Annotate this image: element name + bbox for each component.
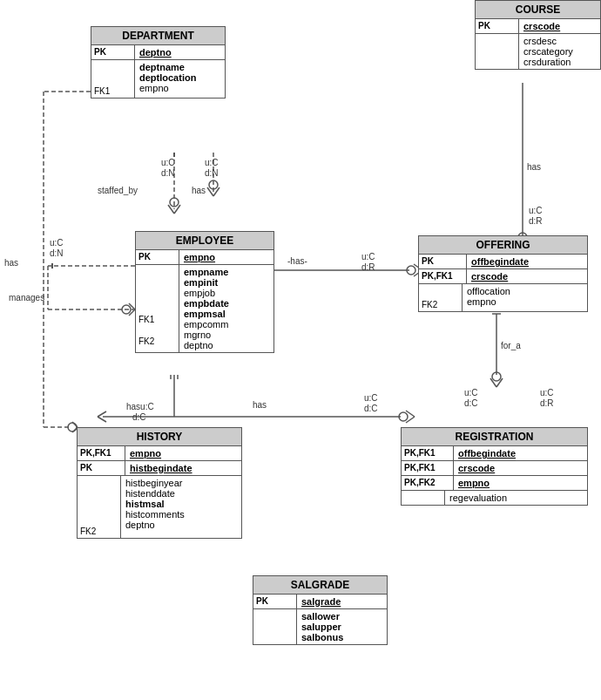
reg-spacer bbox=[402, 491, 445, 505]
reg-fields: regevaluation bbox=[445, 491, 587, 505]
svg-text:manages: manages bbox=[9, 293, 44, 302]
svg-point-59 bbox=[492, 372, 501, 381]
reg-pk1-label: PK,FK1 bbox=[402, 446, 454, 460]
svg-text:-has-: -has- bbox=[287, 256, 307, 266]
svg-point-8 bbox=[209, 180, 218, 189]
svg-text:d:C: d:C bbox=[464, 398, 478, 408]
offering-title: OFFERING bbox=[419, 236, 587, 255]
history-title: HISTORY bbox=[78, 428, 241, 446]
history-pk1-field: empno bbox=[125, 446, 241, 460]
svg-point-34 bbox=[399, 412, 408, 421]
svg-line-27 bbox=[98, 417, 106, 422]
svg-line-60 bbox=[490, 378, 496, 387]
svg-text:d:C: d:C bbox=[364, 404, 378, 413]
department-pk-field: deptno bbox=[135, 45, 225, 59]
svg-text:for_a: for_a bbox=[501, 341, 521, 350]
reg-pk3-label: PK,FK2 bbox=[402, 476, 454, 490]
reg-pk1-field: offbegindate bbox=[454, 446, 587, 460]
svg-text:d:C: d:C bbox=[132, 412, 146, 422]
employee-fk-labels: FK1 FK2 bbox=[136, 265, 179, 352]
svg-text:u:C: u:C bbox=[161, 158, 175, 167]
employee-fields: empname empinit empjob empbdate empmsal … bbox=[179, 265, 273, 352]
svg-text:d:R: d:R bbox=[529, 216, 543, 226]
svg-point-3 bbox=[170, 198, 179, 207]
registration-title: REGISTRATION bbox=[402, 428, 587, 446]
reg-pk3-field: empno bbox=[454, 476, 587, 490]
offering-fields: offlocation empno bbox=[463, 284, 587, 311]
svg-line-1 bbox=[168, 205, 174, 214]
salgrade-pk-label: PK bbox=[253, 595, 297, 608]
svg-point-22 bbox=[122, 305, 131, 314]
svg-line-2 bbox=[174, 205, 180, 214]
salgrade-pk-field: salgrade bbox=[297, 595, 387, 608]
offering-pk2-label: PK,FK1 bbox=[419, 269, 467, 283]
svg-text:d:N: d:N bbox=[161, 168, 175, 178]
employee-entity: EMPLOYEE PK empno FK1 FK2 empname empini… bbox=[135, 231, 274, 353]
course-fk-spacer bbox=[476, 34, 519, 69]
salgrade-fields: sallower salupper salbonus bbox=[297, 609, 387, 644]
offering-pk1-label: PK bbox=[419, 255, 467, 268]
offering-pk2-field: crscode bbox=[467, 269, 587, 283]
offering-pk1-field: offbegindate bbox=[467, 255, 587, 268]
salgrade-title: SALGRADE bbox=[253, 576, 387, 595]
svg-text:d:N: d:N bbox=[50, 248, 64, 258]
reg-pk2-label: PK,FK1 bbox=[402, 461, 454, 475]
svg-line-61 bbox=[496, 378, 503, 387]
history-entity: HISTORY PK,FK1 empno PK histbegindate FK… bbox=[77, 427, 242, 539]
svg-text:staffed_by: staffed_by bbox=[98, 186, 138, 195]
svg-line-20 bbox=[129, 303, 135, 309]
svg-text:d:R: d:R bbox=[361, 262, 375, 272]
svg-point-42 bbox=[407, 266, 415, 275]
course-fields: crsdesc crscategory crsduration bbox=[519, 34, 600, 69]
svg-text:has: has bbox=[253, 400, 267, 410]
svg-text:u:C: u:C bbox=[205, 158, 219, 167]
svg-text:u:C: u:C bbox=[540, 388, 554, 398]
svg-text:u:C: u:C bbox=[50, 238, 64, 248]
svg-text:u:C: u:C bbox=[529, 206, 543, 215]
svg-line-21 bbox=[129, 309, 135, 316]
course-entity: COURSE PK crscode crsdesc crscategory cr… bbox=[475, 0, 601, 70]
svg-text:hasu:C: hasu:C bbox=[126, 402, 154, 411]
svg-line-35 bbox=[406, 411, 415, 417]
history-pk1-label: PK,FK1 bbox=[78, 446, 125, 460]
svg-text:has: has bbox=[192, 186, 206, 195]
department-fk-label: FK1 bbox=[91, 60, 135, 98]
history-fk-label: FK2 bbox=[78, 476, 121, 538]
course-title: COURSE bbox=[476, 1, 600, 19]
department-title: DEPARTMENT bbox=[91, 27, 225, 45]
department-pk-label: PK bbox=[91, 45, 135, 59]
history-pk2-field: histbegindate bbox=[125, 461, 241, 475]
svg-text:d:R: d:R bbox=[540, 398, 554, 408]
registration-entity: REGISTRATION PK,FK1 offbegindate PK,FK1 … bbox=[401, 427, 588, 506]
employee-pk-field: empno bbox=[179, 250, 273, 264]
department-entity: DEPARTMENT PK deptno FK1 deptname deptlo… bbox=[91, 26, 226, 99]
svg-text:has: has bbox=[527, 162, 541, 172]
svg-text:u:C: u:C bbox=[361, 252, 375, 262]
department-fields: deptname deptlocation empno bbox=[135, 60, 225, 98]
employee-pk-label: PK bbox=[136, 250, 179, 264]
history-pk2-label: PK bbox=[78, 461, 125, 475]
reg-pk2-field: crscode bbox=[454, 461, 587, 475]
offering-entity: OFFERING PK offbegindate PK,FK1 crscode … bbox=[418, 235, 588, 312]
course-pk-label: PK bbox=[476, 19, 519, 33]
svg-line-6 bbox=[207, 187, 213, 196]
svg-point-13 bbox=[68, 423, 77, 432]
svg-line-26 bbox=[98, 411, 106, 417]
offering-fk-label: FK2 bbox=[419, 284, 463, 311]
svg-line-36 bbox=[406, 417, 415, 423]
svg-text:d:N: d:N bbox=[205, 168, 219, 178]
salgrade-fk-spacer bbox=[253, 609, 297, 644]
svg-text:u:C: u:C bbox=[364, 393, 378, 403]
svg-line-7 bbox=[213, 187, 219, 196]
history-fields: histbeginyear histenddate histmsal histc… bbox=[121, 476, 241, 538]
employee-title: EMPLOYEE bbox=[136, 232, 273, 250]
salgrade-entity: SALGRADE PK salgrade sallower salupper s… bbox=[253, 575, 388, 645]
svg-text:has: has bbox=[4, 258, 18, 268]
course-pk-field: crscode bbox=[519, 19, 600, 33]
svg-text:u:C: u:C bbox=[464, 388, 478, 398]
